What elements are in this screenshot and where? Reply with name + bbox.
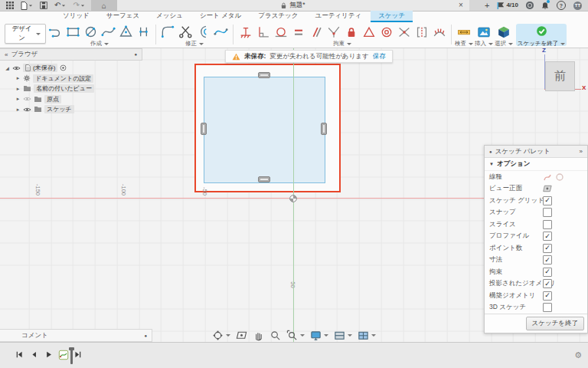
document-node[interactable]: (未保存) xyxy=(23,64,57,72)
origin-marker[interactable] xyxy=(289,194,298,203)
ribbon-tab-ソリッド[interactable]: ソリッド xyxy=(55,11,97,22)
play-icon[interactable] xyxy=(44,350,53,359)
select-cube-icon[interactable] xyxy=(495,23,513,41)
offset-icon[interactable] xyxy=(194,23,212,41)
viewports-icon[interactable] xyxy=(358,330,376,341)
vertical-constraint-handle[interactable] xyxy=(321,123,327,135)
concentric-icon[interactable] xyxy=(377,23,395,41)
expanded-arrow-icon[interactable]: ◢ xyxy=(5,65,10,71)
save-link[interactable]: 保存 xyxy=(373,52,386,61)
curve-icon[interactable] xyxy=(212,23,230,41)
finish-sketch-palette-button[interactable]: スケッチを終了 xyxy=(526,317,585,330)
construction-line-icon[interactable] xyxy=(555,172,564,182)
ribbon-tab-スケッチ[interactable]: スケッチ xyxy=(371,11,413,22)
extensions-badge[interactable]: 4/10 xyxy=(497,2,518,10)
perpendicular-icon[interactable] xyxy=(254,23,272,41)
viewcube-face[interactable]: 前 xyxy=(545,61,575,91)
coincident-icon[interactable] xyxy=(325,23,342,41)
checkbox-ポイント数[interactable]: ✓ xyxy=(543,244,552,253)
notifications-icon[interactable] xyxy=(541,2,549,10)
lock-icon[interactable] xyxy=(342,23,360,41)
browser-item-スケッチ[interactable]: ▸スケッチ xyxy=(15,104,142,115)
display-settings-icon[interactable] xyxy=(310,330,328,341)
fillet-icon[interactable] xyxy=(159,23,177,41)
horizontal-constraint-handle[interactable] xyxy=(258,176,270,182)
browser-item-ドキュメントの設定[interactable]: ▸ドキュメントの設定 xyxy=(15,74,142,84)
eye-icon[interactable] xyxy=(23,107,31,113)
pan-hand-icon[interactable] xyxy=(253,330,264,341)
palette-header[interactable]: ● スケッチ パレット » xyxy=(485,146,587,158)
checkbox-投影されたジオメトリ[interactable]: ✓ xyxy=(543,279,552,288)
document-tab[interactable]: 無題* × xyxy=(117,0,469,11)
checkbox-構築ジオメトリ[interactable]: ✓ xyxy=(543,291,552,301)
select-group[interactable]: 選択 xyxy=(495,23,513,48)
panel-options-icon[interactable]: ● xyxy=(134,52,137,57)
create-group-menu[interactable]: 作成 xyxy=(90,40,109,48)
insert-image-icon[interactable] xyxy=(475,23,493,41)
user-avatar[interactable]: TT xyxy=(573,2,582,10)
dimension-icon[interactable] xyxy=(237,23,254,41)
collapsed-arrow-icon[interactable]: ▸ xyxy=(15,107,21,113)
sketch-profile-rectangle[interactable] xyxy=(204,77,325,183)
timeline-settings-gear-icon[interactable]: ⚙ xyxy=(574,351,582,360)
browser-item-原点[interactable]: ▸原点 xyxy=(15,94,142,105)
new-tab-icon[interactable]: + xyxy=(485,2,489,9)
save-icon[interactable] xyxy=(40,2,47,9)
checkbox-スケッチ グリッド[interactable]: ✓ xyxy=(543,196,552,205)
midpoint-icon[interactable] xyxy=(395,23,413,41)
redo-icon[interactable]: ↷ xyxy=(73,2,84,9)
collapsed-arrow-icon[interactable]: ▸ xyxy=(15,75,21,81)
comment-options-icon[interactable]: ● xyxy=(144,334,147,338)
collapsed-arrow-icon[interactable]: ▸ xyxy=(15,96,21,102)
circle-icon[interactable] xyxy=(82,23,100,41)
comment-bar[interactable]: コメント ● xyxy=(0,329,152,342)
activate-radio-icon[interactable] xyxy=(60,64,67,71)
close-tab-icon[interactable]: × xyxy=(459,0,463,11)
curvature-icon[interactable] xyxy=(430,23,448,41)
look-at-icon[interactable] xyxy=(236,330,247,341)
skip-to-end-icon[interactable] xyxy=(74,350,82,359)
line-icon[interactable] xyxy=(47,23,64,41)
rectangle-icon[interactable] xyxy=(64,23,82,41)
look-at-icon[interactable] xyxy=(543,185,553,192)
ribbon-tab-ユーティリティ[interactable]: ユーティリティ xyxy=(307,11,369,22)
modify-group-menu[interactable]: 修正 xyxy=(185,40,204,48)
fix-icon[interactable] xyxy=(360,23,377,41)
vertical-constraint-handle[interactable] xyxy=(201,123,207,135)
trim-icon[interactable] xyxy=(177,23,194,41)
inspect-group[interactable]: 検査 xyxy=(455,23,473,48)
collapsed-arrow-icon[interactable]: ▸ xyxy=(15,86,21,92)
browser-root-row[interactable]: ◢(未保存) xyxy=(5,63,142,74)
eye-icon[interactable] xyxy=(12,65,21,71)
zoom-window-icon[interactable] xyxy=(286,330,305,341)
palette-options-section[interactable]: ▼ オプション xyxy=(485,158,587,171)
orbit-icon[interactable] xyxy=(212,330,230,341)
inspect-menu[interactable]: 検査 xyxy=(455,40,473,48)
file-menu-icon[interactable] xyxy=(21,2,33,10)
finish-sketch-button[interactable]: スケッチを終了 xyxy=(516,24,567,46)
checkbox-拘束[interactable]: ✓ xyxy=(543,268,552,277)
undo-icon[interactable]: ↶ xyxy=(54,2,66,9)
viewcube[interactable]: 前 Z X xyxy=(536,50,586,93)
job-status-icon[interactable] xyxy=(526,2,534,9)
constraints-group-menu[interactable]: 拘束 xyxy=(333,40,351,48)
polygon-icon[interactable] xyxy=(117,23,135,41)
normal-line-icon[interactable] xyxy=(543,172,552,182)
checkbox-スナップ[interactable] xyxy=(543,208,552,217)
tangent-icon[interactable] xyxy=(272,23,289,41)
spline-icon[interactable] xyxy=(100,23,117,41)
horizontal-constraint-handle[interactable] xyxy=(258,72,270,78)
step-back-icon[interactable] xyxy=(30,350,38,359)
app-grid-icon[interactable] xyxy=(6,2,14,9)
ribbon-tab-メッシュ[interactable]: メッシュ xyxy=(149,11,191,22)
zoom-icon[interactable] xyxy=(270,330,281,341)
insert-menu[interactable]: 挿入 xyxy=(475,40,493,48)
collapse-palette-icon[interactable]: » xyxy=(580,148,583,155)
symmetry-icon[interactable] xyxy=(413,23,430,41)
help-icon[interactable]: ? xyxy=(557,1,566,10)
browser-item-名前の付いたビュー[interactable]: ▸名前の付いたビュー xyxy=(15,84,142,94)
insert-group[interactable]: 挿入 xyxy=(475,23,493,48)
viewport-canvas[interactable]: -150 -100 -50 50 « ブラウザ ● ◢(未保存)▸ドキュメントの… xyxy=(0,48,588,342)
measure-icon[interactable] xyxy=(456,23,473,41)
slot-icon[interactable] xyxy=(135,23,152,41)
